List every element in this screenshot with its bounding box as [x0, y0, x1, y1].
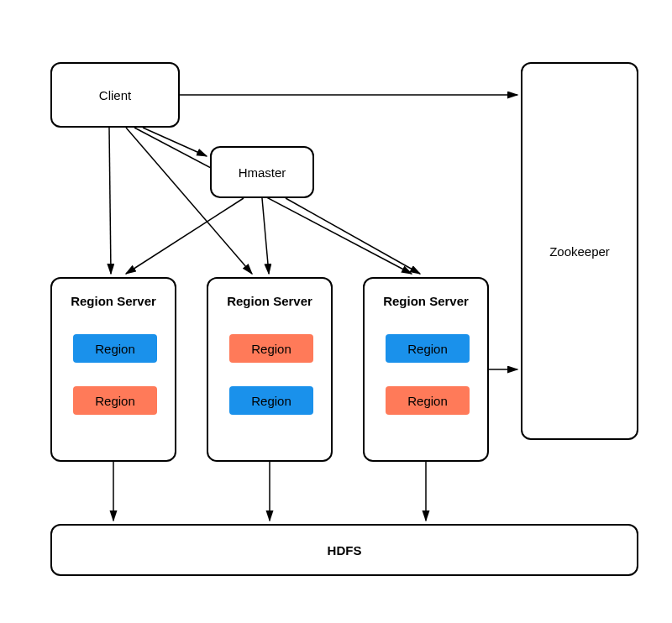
svg-line-6	[262, 198, 269, 274]
region-server-3: Region Server Region Region	[363, 277, 489, 462]
region-label: Region	[95, 394, 135, 408]
region-server-1: Region Server Region Region	[50, 277, 176, 462]
client-node: Client	[50, 62, 180, 128]
region-label: Region	[407, 342, 448, 356]
region-server-2-region-2: Region	[229, 386, 313, 415]
region-label: Region	[407, 394, 448, 408]
region-server-1-title: Region Server	[71, 294, 156, 308]
hmaster-label: Hmaster	[239, 165, 286, 180]
zookeeper-label: Zookeeper	[549, 244, 610, 259]
region-server-3-title: Region Server	[383, 294, 469, 308]
svg-line-7	[286, 198, 420, 274]
region-server-1-region-1: Region	[73, 334, 157, 363]
region-label: Region	[251, 342, 291, 356]
hdfs-node: HDFS	[50, 524, 638, 576]
svg-line-1	[143, 128, 207, 156]
region-server-1-region-2: Region	[73, 386, 157, 415]
region-server-2-title: Region Server	[227, 294, 312, 308]
hdfs-label: HDFS	[328, 543, 362, 558]
svg-line-5	[126, 198, 244, 274]
client-label: Client	[99, 88, 131, 102]
zookeeper-node: Zookeeper	[521, 62, 638, 440]
hmaster-node: Hmaster	[210, 146, 314, 198]
region-server-3-region-2: Region	[386, 386, 470, 415]
svg-line-2	[109, 128, 111, 274]
region-label: Region	[95, 342, 135, 356]
region-label: Region	[251, 394, 291, 408]
region-server-2-region-1: Region	[229, 334, 313, 363]
region-server-2: Region Server Region Region	[207, 277, 333, 462]
region-server-3-region-1: Region	[386, 334, 470, 363]
